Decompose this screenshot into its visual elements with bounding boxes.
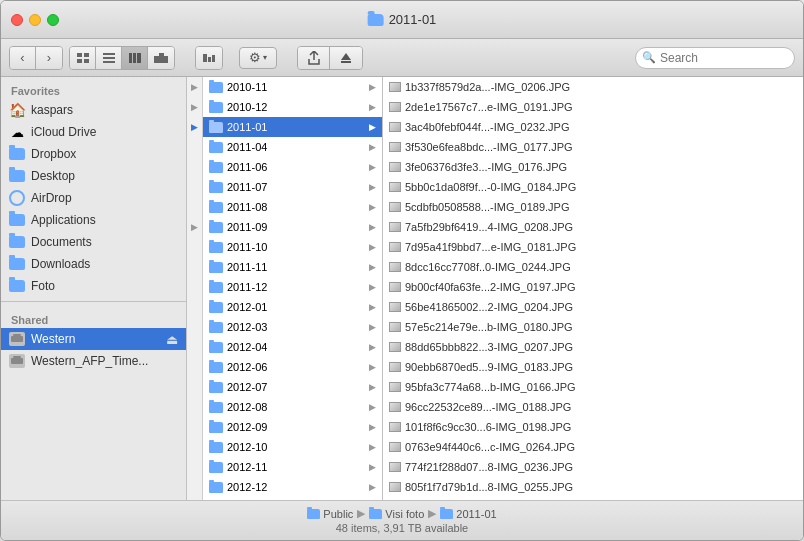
maximize-button[interactable]: [47, 14, 59, 26]
list-view-button[interactable]: [96, 47, 122, 69]
breadcrumb-2011-01[interactable]: 2011-01: [440, 508, 496, 520]
sidebar-item-icloud[interactable]: ☁ iCloud Drive: [1, 121, 186, 143]
folder-icon-2012-12: [209, 482, 223, 493]
img-thumb-4: [389, 162, 401, 172]
breadcrumb: Public ▶ Visi foto ▶ 2011-01: [307, 507, 496, 520]
folder-name-2011-10: 2011-10: [227, 241, 267, 253]
eject-western-button[interactable]: ⏏: [166, 332, 178, 347]
file-browser: ▶ ▶ ▶ ▶ 2010-11 ▶ 2010-12 ▶ 2011-01 ▶: [187, 77, 803, 500]
arrange-button[interactable]: [196, 47, 222, 69]
cover-flow-button[interactable]: [148, 47, 174, 69]
column-view-button[interactable]: [122, 47, 148, 69]
folder-item-2012-10[interactable]: 2012-10 ▶: [203, 437, 382, 457]
image-item-0[interactable]: 1b337f8579d2a...-IMG_0206.JPG: [383, 77, 803, 97]
arrow-2012-10: ▶: [369, 442, 376, 452]
sidebar-label-documents: Documents: [31, 235, 92, 249]
main-area: Favorites 🏠 kaspars ☁ iCloud Drive Dropb…: [1, 77, 803, 500]
folder-name-2011-06: 2011-06: [227, 161, 267, 173]
image-item-6[interactable]: 5cdbfb0508588...-IMG_0189.JPG: [383, 197, 803, 217]
svg-rect-13: [203, 54, 207, 62]
image-name-7: 7a5fb29bf6419...4-IMG_0208.JPG: [405, 221, 573, 233]
folder-item-2011-09[interactable]: 2011-09 ▶: [203, 217, 382, 237]
sidebar-item-applications[interactable]: Applications: [1, 209, 186, 231]
close-button[interactable]: [11, 14, 23, 26]
image-item-2[interactable]: 3ac4b0febf044f...-IMG_0232.JPG: [383, 117, 803, 137]
img-thumb-9: [389, 262, 401, 272]
action-button[interactable]: ⚙ ▾: [239, 47, 277, 69]
share-button[interactable]: [298, 47, 330, 69]
sidebar-item-documents[interactable]: Documents: [1, 231, 186, 253]
back-button[interactable]: ‹: [10, 47, 36, 69]
folder-item-2010-11[interactable]: 2010-11 ▶: [203, 77, 382, 97]
folder-item-2012-11[interactable]: 2012-11 ▶: [203, 457, 382, 477]
image-item-19[interactable]: 774f21f288d07...8-IMG_0236.JPG: [383, 457, 803, 477]
sidebar-item-western-afp[interactable]: Western_AFP_Time...: [1, 350, 186, 372]
folder-icon-2011-04: [209, 142, 223, 153]
image-item-7[interactable]: 7a5fb29bf6419...4-IMG_0208.JPG: [383, 217, 803, 237]
icon-view-button[interactable]: [70, 47, 96, 69]
folder-item-2012-01[interactable]: 2012-01 ▶: [203, 297, 382, 317]
folder-item-2011-04[interactable]: 2011-04 ▶: [203, 137, 382, 157]
svg-rect-4: [103, 53, 115, 55]
folder-item-2012-04[interactable]: 2012-04 ▶: [203, 337, 382, 357]
image-name-15: 95bfa3c774a68...b-IMG_0166.JPG: [405, 381, 576, 393]
folder-item-2011-10[interactable]: 2011-10 ▶: [203, 237, 382, 257]
sidebar-item-airdrop[interactable]: AirDrop: [1, 187, 186, 209]
search-input[interactable]: [635, 47, 795, 69]
folder-name-2011-12: 2011-12: [227, 281, 267, 293]
folder-item-2012-03[interactable]: 2012-03 ▶: [203, 317, 382, 337]
folder-item-2012-12[interactable]: 2012-12 ▶: [203, 477, 382, 497]
image-name-11: 56be41865002...2-IMG_0204.JPG: [405, 301, 573, 313]
folder-icon-2012-10: [209, 442, 223, 453]
image-item-12[interactable]: 57e5c214e79e...b-IMG_0180.JPG: [383, 317, 803, 337]
arrow-2012-01: ▶: [369, 302, 376, 312]
breadcrumb-public[interactable]: Public: [307, 508, 353, 520]
folder-item-2011-11[interactable]: 2011-11 ▶: [203, 257, 382, 277]
image-item-15[interactable]: 95bfa3c774a68...b-IMG_0166.JPG: [383, 377, 803, 397]
image-item-14[interactable]: 90ebb6870ed5...9-IMG_0183.JPG: [383, 357, 803, 377]
folder-item-2011-01[interactable]: 2011-01 ▶: [203, 117, 382, 137]
image-item-20[interactable]: 805f1f7d79b1d...8-IMG_0255.JPG: [383, 477, 803, 497]
image-item-5[interactable]: 5bb0c1da08f9f...-0-IMG_0184.JPG: [383, 177, 803, 197]
folder-item-2012-08[interactable]: 2012-08 ▶: [203, 397, 382, 417]
sidebar-item-kaspars[interactable]: 🏠 kaspars: [1, 99, 186, 121]
image-item-16[interactable]: 96cc22532ce89...-IMG_0188.JPG: [383, 397, 803, 417]
image-item-18[interactable]: 0763e94f440c6...c-IMG_0264.JPG: [383, 437, 803, 457]
folder-item-2011-08[interactable]: 2011-08 ▶: [203, 197, 382, 217]
image-column: 1b337f8579d2a...-IMG_0206.JPG 2de1e17567…: [383, 77, 803, 500]
img-thumb-2: [389, 122, 401, 132]
sidebar-item-downloads[interactable]: Downloads: [1, 253, 186, 275]
image-item-17[interactable]: 101f8f6c9cc30...6-IMG_0198.JPG: [383, 417, 803, 437]
img-thumb-1: [389, 102, 401, 112]
image-item-1[interactable]: 2de1e17567c7...e-IMG_0191.JPG: [383, 97, 803, 117]
folder-item-2011-07[interactable]: 2011-07 ▶: [203, 177, 382, 197]
folder-item-2010-12[interactable]: 2010-12 ▶: [203, 97, 382, 117]
folder-item-2011-12[interactable]: 2011-12 ▶: [203, 277, 382, 297]
image-item-4[interactable]: 3fe06376d3fe3...-IMG_0176.JPG: [383, 157, 803, 177]
folder-item-2012-09[interactable]: 2012-09 ▶: [203, 417, 382, 437]
minimize-button[interactable]: [29, 14, 41, 26]
sidebar-item-foto[interactable]: Foto: [1, 275, 186, 297]
folder-item-2012-07[interactable]: 2012-07 ▶: [203, 377, 382, 397]
img-thumb-12: [389, 322, 401, 332]
image-item-13[interactable]: 88dd65bbb822...3-IMG_0207.JPG: [383, 337, 803, 357]
sidebar-label-downloads: Downloads: [31, 257, 90, 271]
folder-item-2012-06[interactable]: 2012-06 ▶: [203, 357, 382, 377]
sidebar-item-western[interactable]: Western ⏏: [1, 328, 186, 350]
image-item-9[interactable]: 8dcc16cc7708f..0-IMG_0244.JPG: [383, 257, 803, 277]
folder-item-2011-06[interactable]: 2011-06 ▶: [203, 157, 382, 177]
image-item-3[interactable]: 3f530e6fea8bdc...-IMG_0177.JPG: [383, 137, 803, 157]
sidebar-item-dropbox[interactable]: Dropbox: [1, 143, 186, 165]
image-item-8[interactable]: 7d95a41f9bbd7...e-IMG_0181.JPG: [383, 237, 803, 257]
breadcrumb-visifoto[interactable]: Visi foto: [369, 508, 424, 520]
eject-button[interactable]: [330, 47, 362, 69]
image-item-10[interactable]: 9b00cf40fa63fe...2-IMG_0197.JPG: [383, 277, 803, 297]
bc-folder-icon-2011-01: [440, 509, 453, 519]
image-name-5: 5bb0c1da08f9f...-0-IMG_0184.JPG: [405, 181, 576, 193]
folder-name-2012-06: 2012-06: [227, 361, 267, 373]
folder-icon-applications: [9, 214, 25, 226]
sidebar-item-desktop[interactable]: Desktop: [1, 165, 186, 187]
image-item-11[interactable]: 56be41865002...2-IMG_0204.JPG: [383, 297, 803, 317]
forward-button[interactable]: ›: [36, 47, 62, 69]
folder-name-2012-07: 2012-07: [227, 381, 267, 393]
